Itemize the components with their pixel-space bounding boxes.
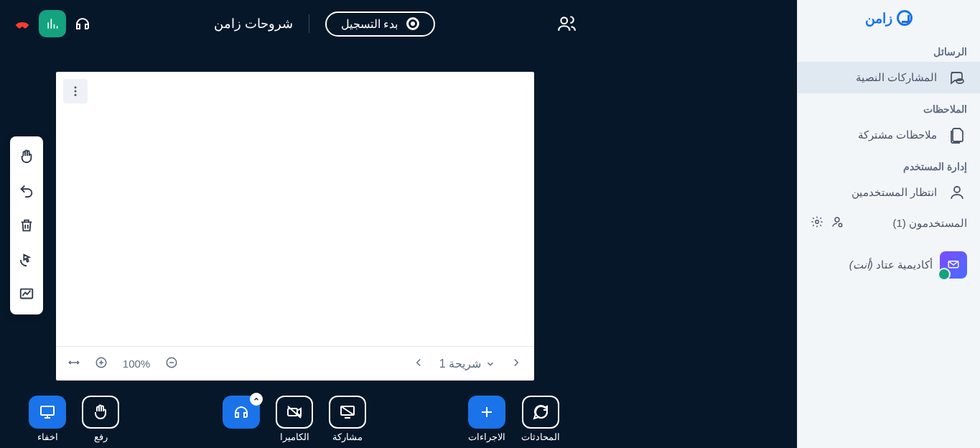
zoom-level: 100% [122,358,151,370]
whiteboard[interactable]: 100% شريحة 1 [56,72,534,381]
next-slide-icon[interactable] [510,356,523,372]
section-users-heading: إدارة المستخدم [798,151,980,177]
svg-point-0 [956,79,963,83]
svg-point-11 [75,90,77,93]
user-entry-self[interactable]: أكاديمية عتاد (أنت) [798,238,980,279]
sidebar-item-chat[interactable]: المشاركات النصية [798,62,980,93]
brand-name: زامن [865,10,892,27]
svg-point-1 [954,187,960,192]
top-bar: بدء التسجيل شروحات زامن [0,0,589,45]
user-name: أكاديمية عتاد (أنت) [849,258,933,271]
zoom-out-icon[interactable] [165,356,178,372]
audio-button[interactable] [223,396,260,442]
search-users-icon[interactable] [831,215,844,231]
sidebar-item-chat-label: المشاركات النصية [856,71,937,84]
notes-icon [947,126,967,144]
svg-point-12 [75,94,77,96]
prev-slide-icon[interactable] [412,356,425,372]
zoom-in-icon[interactable] [95,356,108,372]
settings-icon[interactable] [811,215,823,231]
divider [309,14,309,33]
users-count-row: المستخدمون (1) [798,208,980,238]
svg-rect-16 [41,406,54,415]
svg-point-4 [816,220,819,224]
section-notes-heading: الملاحظات [798,93,980,119]
record-button[interactable]: بدء التسجيل [325,11,435,37]
analytics-button[interactable] [39,10,66,37]
hide-presentation-button[interactable]: اخفاء [29,396,66,442]
actions-button[interactable]: الاجراءات [468,396,505,442]
tool-presentation[interactable] [10,279,43,310]
users-count-label: المستخدمون (1) [851,217,967,230]
main-stage: بدء التسجيل شروحات زامن 100% [0,0,589,448]
brand: زامن [798,0,980,36]
brand-icon [897,10,913,26]
section-messages-heading: الرسائل [798,36,980,62]
end-call-button[interactable] [13,14,32,33]
audio-caret-icon[interactable] [250,393,263,406]
board-footer: 100% شريحة 1 [56,346,534,381]
drawing-tools [10,136,43,314]
fit-width-icon[interactable] [67,356,80,372]
headset-icon[interactable] [73,14,92,33]
tool-pointer[interactable] [10,244,43,276]
user-icon [947,184,967,201]
avatar [940,251,967,279]
room-title: شروحات زامن [214,16,293,32]
sidebar-item-waiting-label: انتظار المستخدمين [851,186,937,199]
svg-point-9 [561,17,567,24]
title-block: بدء التسجيل شروحات زامن [99,11,550,37]
bottom-action-bar: رفع اخفاء مشاركة الكاميرا [0,396,589,442]
svg-point-10 [75,86,77,88]
sidebar-item-shared-notes-label: ملاحظات مشتركة [858,129,937,141]
chat-icon [947,69,967,86]
tool-hand[interactable] [10,141,43,172]
record-icon [406,17,419,30]
tool-delete[interactable] [10,210,43,241]
sidebar-item-waiting-users[interactable]: انتظار المستخدمين [798,177,980,208]
camera-button[interactable]: الكاميرا [276,396,313,442]
sidebar-item-shared-notes[interactable]: ملاحظات مشتركة [798,119,980,151]
slide-selector[interactable]: شريحة 1 [439,357,495,370]
conversations-button[interactable]: المحادثات [521,396,560,442]
user-sidebar: زامن الرسائل المشاركات النصية الملاحظات … [797,0,980,448]
share-screen-button[interactable]: مشاركة [329,396,366,442]
board-menu-button[interactable] [63,79,88,103]
raise-hand-button[interactable]: رفع [82,396,119,442]
participants-icon[interactable] [557,14,576,33]
tool-undo[interactable] [10,175,43,207]
svg-point-2 [835,218,839,222]
